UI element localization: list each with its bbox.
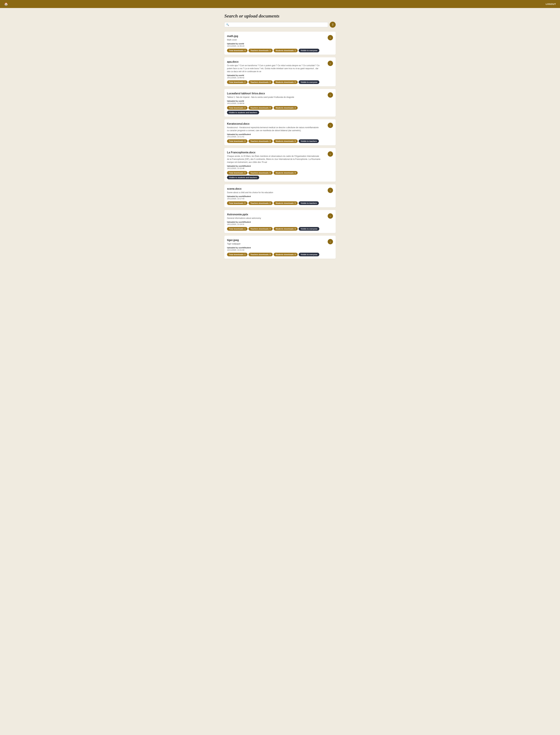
badge-visibility: Visible to everyone — [299, 80, 319, 84]
doc-description: Chaque année, le 20 Mars, les États memb… — [227, 155, 321, 164]
doc-description: Tiger wallpaper — [227, 242, 321, 245]
app-header: 🏠 LOGOUT — [0, 0, 560, 8]
badge-visibility: Visible to teachers — [299, 201, 319, 205]
document-card: apa.docx Ce este apa ? Cum se transforma… — [224, 57, 336, 86]
badge-visibility: Visible to everyone — [299, 227, 319, 231]
doc-date: 14/11/2020, 13:06:42 — [227, 77, 321, 79]
badge-students: Students downloads: 0 — [274, 253, 298, 256]
badge-total: Total downloads: 0 — [227, 171, 247, 175]
badge-students: Students downloads: 0 — [274, 80, 298, 84]
card-info: tiger.jpeg Tiger wallpaper Uploaded by u… — [227, 239, 328, 256]
card-header: La Francophonie.docx Chaque année, le 20… — [227, 151, 333, 179]
badge-total: Total downloads: 1 — [227, 253, 247, 256]
doc-uploader: Uploaded by userIdStudent — [227, 247, 321, 249]
badge-teachers: Teachers downloads: 0 — [249, 171, 273, 175]
card-header: scene.docx Scene about a child and his c… — [227, 187, 333, 205]
doc-title: tiger.jpeg — [227, 239, 321, 242]
doc-title: apa.docx — [227, 60, 321, 63]
badge-students: Students downloads: 0 — [274, 227, 298, 231]
badges-row: Total downloads: 0 Teachers downloads: 0… — [227, 139, 321, 143]
badge-visibility: Visible to everyone — [299, 49, 319, 52]
badge-total: Total downloads: 0 — [227, 139, 247, 143]
download-button[interactable]: ↓ — [328, 239, 333, 244]
doc-date: 14/11/2020, 12:45:24 — [227, 45, 321, 47]
documents-list: math.jpg Math cover Uploaded by userId 1… — [224, 32, 336, 259]
badges-row: Total downloads: 0 Teachers downloads: 0… — [227, 201, 321, 205]
badge-teachers: Teachers downloads: 0 — [249, 80, 273, 84]
card-header: Luceafarul tablouri lirice.docx Tabloul … — [227, 92, 333, 114]
doc-title: Keratoconul.docx — [227, 122, 321, 125]
badge-teachers: Teachers downloads: 0 — [249, 227, 273, 231]
doc-uploader: Uploaded by userId — [227, 100, 321, 102]
doc-title: La Francophonie.docx — [227, 151, 321, 154]
doc-date: 14/11/2020, 13:15:48 — [227, 167, 321, 169]
badge-teachers: Teachers downloads: 1 — [249, 49, 273, 52]
doc-uploader: Uploaded by userIdStudent — [227, 221, 321, 223]
doc-uploader: Uploaded by userIdStudent — [227, 165, 321, 167]
document-card: math.jpg Math cover Uploaded by userId 1… — [224, 32, 336, 55]
card-info: Luceafarul tablouri lirice.docx Tabloul … — [227, 92, 328, 114]
download-button[interactable]: ↓ — [328, 92, 333, 98]
badge-students: Students downloads: 0 — [274, 171, 298, 175]
download-button[interactable]: ↓ — [328, 213, 333, 219]
card-header: math.jpg Math cover Uploaded by userId 1… — [227, 35, 333, 52]
search-input[interactable] — [230, 23, 326, 26]
doc-date: 14/11/2020, 13:11:51 — [227, 136, 321, 138]
badge-students: Students downloads: 0 — [274, 201, 298, 205]
doc-date: 14/11/2020, 13:19:31 — [227, 223, 321, 225]
doc-description: Keratoconul - Keratoconul reprezinta ter… — [227, 126, 321, 132]
search-row: 🔍 ⇧ — [224, 22, 336, 28]
doc-uploader: Uploaded by userId — [227, 43, 321, 45]
badge-teachers: Teachers downloads: 0 — [249, 139, 273, 143]
doc-uploader: Uploaded by userId — [227, 74, 321, 76]
badge-total: Total downloads: 2 — [227, 106, 247, 110]
download-button[interactable]: ↓ — [328, 123, 333, 128]
badge-students: Students downloads: 2 — [274, 106, 298, 110]
badge-visibility: Visible to students and teachers — [227, 176, 259, 179]
card-info: Keratoconul.docx Keratoconul - Keratocon… — [227, 122, 328, 143]
badge-students: Students downloads: 0 — [274, 139, 298, 143]
badges-row: Total downloads: 2 Teachers downloads: 0… — [227, 80, 321, 84]
badge-total: Total downloads: 0 — [227, 201, 247, 205]
document-card: Keratoconul.docx Keratoconul - Keratocon… — [224, 119, 336, 145]
doc-description: Math cover — [227, 38, 321, 41]
logout-button[interactable]: LOGOUT — [546, 3, 556, 5]
doc-description: Tabloul 1: fata de imparat - fata la var… — [227, 96, 321, 99]
search-icon: 🔍 — [226, 23, 229, 26]
download-button[interactable]: ↓ — [328, 35, 333, 40]
home-icon[interactable]: 🏠 — [4, 2, 8, 6]
badge-total: Total downloads: 2 — [227, 80, 247, 84]
badges-row: Total downloads: 1 Teachers downloads: 0… — [227, 227, 321, 231]
doc-title: scene.docx — [227, 187, 321, 190]
card-header: tiger.jpeg Tiger wallpaper Uploaded by u… — [227, 239, 333, 256]
doc-title: math.jpg — [227, 35, 321, 38]
card-info: La Francophonie.docx Chaque année, le 20… — [227, 151, 328, 179]
badge-teachers: Teachers downloads: 0 — [249, 106, 273, 110]
badge-visibility: Visible to teachers — [299, 139, 319, 143]
download-button[interactable]: ↓ — [328, 188, 333, 193]
download-button[interactable]: ↓ — [328, 61, 333, 66]
card-info: Astronomie.pptx General informations abo… — [227, 213, 328, 231]
doc-description: Ce este apa ? Cum se transforma ? Cum o … — [227, 64, 321, 73]
card-header: Keratoconul.docx Keratoconul - Keratocon… — [227, 122, 333, 143]
doc-date: 14/11/2020, 13:17:43 — [227, 198, 321, 200]
doc-date: 14/11/2020, 13:08:56 — [227, 102, 321, 104]
doc-description: General informations about astronomy — [227, 217, 321, 220]
badge-total: Total downloads: 1 — [227, 227, 247, 231]
download-button[interactable]: ↓ — [328, 151, 333, 157]
badge-total: Total downloads: 4 — [227, 49, 247, 52]
page-title: Search or upload documents — [224, 13, 336, 19]
document-card: scene.docx Scene about a child and his c… — [224, 184, 336, 207]
card-info: math.jpg Math cover Uploaded by userId 1… — [227, 35, 328, 52]
doc-date: 14/11/2020, 13:21:04 — [227, 249, 321, 251]
badges-row: Total downloads: 4 Teachers downloads: 1… — [227, 49, 321, 52]
upload-button[interactable]: ⇧ — [330, 22, 336, 28]
card-header: Astronomie.pptx General informations abo… — [227, 213, 333, 231]
badge-students: Students downloads: 1 — [274, 49, 298, 52]
doc-title: Luceafarul tablouri lirice.docx — [227, 92, 321, 95]
doc-uploader: Uploaded by userIdStudent — [227, 133, 321, 135]
main-content: Search or upload documents 🔍 ⇧ math.jpg … — [222, 8, 338, 267]
card-header: apa.docx Ce este apa ? Cum se transforma… — [227, 60, 333, 84]
doc-uploader: Uploaded by userIdStudent — [227, 195, 321, 197]
doc-title: Astronomie.pptx — [227, 213, 321, 216]
